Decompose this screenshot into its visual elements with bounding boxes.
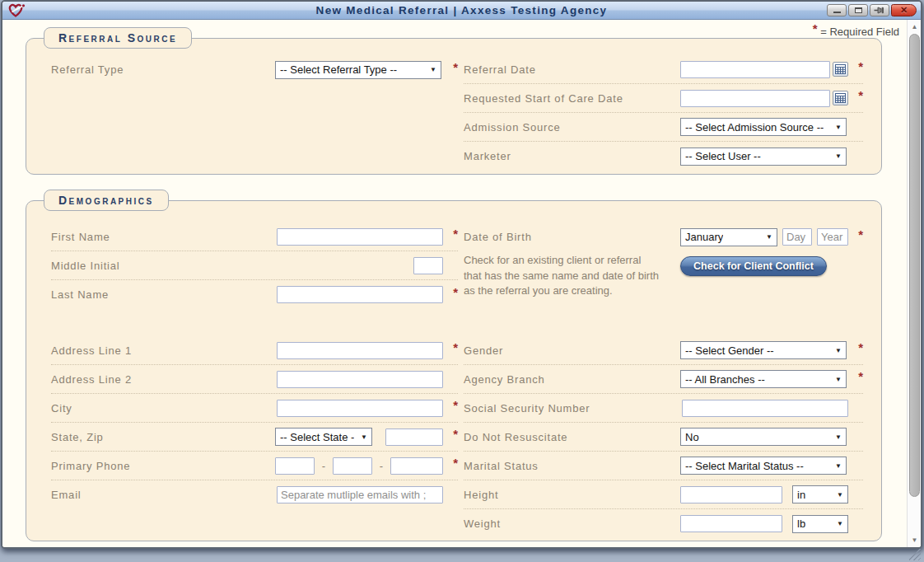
height-unit-select[interactable]: in ▼ [792,485,848,503]
marketer-label: Marketer [464,150,680,162]
zip-input[interactable] [385,429,443,446]
social-security-number-input[interactable] [682,400,848,417]
phone-line-input[interactable] [390,457,443,475]
admission-source-selected-value: -- Select Admission Source -- [685,121,824,133]
requested-start-of-care-date-label: Requested Start of Care Date [464,92,680,105]
close-button[interactable]: ✕ [891,4,917,16]
pin-button[interactable] [870,4,889,16]
height-row: Height in ▼ [464,480,863,509]
marital-status-select[interactable]: -- Select Marital Status -- ▼ [680,457,847,475]
marital-status-selected-value: -- Select Marital Status -- [685,460,804,472]
first-name-label: First Name [51,231,275,243]
referral-type-row: Referral Type -- Select Referral Type --… [51,55,458,84]
height-unit-selected-value: in [797,489,805,501]
title-bar[interactable]: New Medical Referral | Axxess Testing Ag… [2,2,921,20]
required-asterisk: * [453,60,458,74]
dropdown-arrow-icon: ▼ [835,376,842,383]
demographics-left-column: First Name * Middle Initial Last Name * … [51,222,458,509]
address-line-2-row: Address Line 2 [51,365,458,394]
phone-separator: - [320,460,327,472]
middle-initial-input[interactable] [413,257,443,274]
demographics-legend: Demographics [44,190,169,211]
city-label: City [51,402,275,414]
gender-selected-value: -- Select Gender -- [685,344,774,357]
birth-month-select[interactable]: January ▼ [680,228,777,246]
required-asterisk: * [453,398,458,412]
address-line-2-label: Address Line 2 [51,373,275,386]
admission-source-select[interactable]: -- Select Admission Source -- ▼ [680,118,847,136]
pin-icon [874,7,885,14]
required-asterisk: * [858,340,863,354]
required-field-note: * = Required Field [813,25,899,38]
birth-day-input[interactable] [782,228,812,246]
required-asterisk: * [813,21,818,35]
agency-branch-label: Agency Branch [464,373,680,386]
phone-prefix-input[interactable] [333,457,372,475]
primary-phone-row: Primary Phone - - * [51,452,458,480]
agency-branch-selected-value: -- All Branches -- [685,373,765,386]
address-line-1-input[interactable] [277,342,443,359]
last-name-input[interactable] [277,286,443,303]
weight-row: Weight lb ▼ [464,509,863,538]
requested-start-of-care-date-input[interactable] [680,90,830,107]
referral-date-row: Referral Date * [464,55,863,84]
height-input[interactable] [680,486,782,503]
height-label: Height [464,489,680,501]
admission-source-label: Admission Source [464,121,680,133]
birth-year-input[interactable] [817,228,848,246]
required-asterisk: * [453,340,458,354]
first-name-row: First Name * [51,222,458,251]
last-name-label: Last Name [51,288,275,301]
weight-unit-selected-value: lb [797,518,805,530]
address-line-1-label: Address Line 1 [51,344,275,357]
dropdown-arrow-icon: ▼ [766,233,772,241]
weight-input[interactable] [680,515,782,532]
window-title: New Medical Referral | Axxess Testing Ag… [2,4,921,16]
first-name-input[interactable] [277,228,443,246]
referral-type-label: Referral Type [51,63,275,76]
marital-status-label: Marital Status [464,460,680,472]
dropdown-arrow-icon: ▼ [430,66,436,73]
required-asterisk: * [453,227,458,241]
resize-grip[interactable] [909,549,921,560]
date-of-birth-row: Date of Birth January ▼ * [464,222,863,251]
social-security-number-label: Social Security Number [464,402,680,414]
minimize-button[interactable] [827,4,847,16]
scroll-up-button[interactable]: ▲ [908,20,921,34]
state-selected-value: -- Select State - [280,431,354,443]
state-select[interactable]: -- Select State - ▼ [275,428,372,446]
maximize-button[interactable] [848,4,868,16]
middle-initial-label: Middle Initial [51,260,275,272]
vertical-scrollbar[interactable]: ▲ ▼ [907,20,921,547]
agency-branch-row: Agency Branch -- All Branches -- ▼ * [464,365,863,394]
gender-select[interactable]: -- Select Gender -- ▼ [680,341,847,359]
gender-row: Gender -- Select Gender -- ▼ * [464,336,863,365]
phone-area-input[interactable] [275,457,315,475]
scroll-down-button[interactable]: ▼ [908,533,921,547]
agency-branch-select[interactable]: -- All Branches -- ▼ [680,370,847,388]
dropdown-arrow-icon: ▼ [837,520,843,527]
weight-unit-select[interactable]: lb ▼ [792,515,848,533]
do-not-resuscitate-selected-value: No [685,431,699,443]
referral-type-select[interactable]: -- Select Referral Type -- ▼ [275,61,441,79]
window-controls: ✕ [827,4,917,16]
required-asterisk: * [453,427,458,441]
address-line-2-input[interactable] [277,371,443,388]
middle-initial-row: Middle Initial [51,251,458,280]
calendar-icon[interactable] [833,91,848,105]
referral-date-input[interactable] [680,61,830,78]
required-asterisk: * [858,369,863,383]
do-not-resuscitate-select[interactable]: No ▼ [680,428,847,446]
marketer-selected-value: -- Select User -- [685,150,761,162]
referral-source-left-column: Referral Type -- Select Referral Type --… [51,55,458,84]
required-asterisk: * [858,227,863,241]
check-client-conflict-button[interactable]: Check for Client Conflict [680,256,827,276]
marketer-select[interactable]: -- Select User -- ▼ [680,148,847,166]
axxess-logo-icon [7,3,27,18]
scrollbar-thumb[interactable] [909,34,920,497]
email-input[interactable] [277,486,443,503]
dropdown-arrow-icon: ▼ [835,124,842,131]
referral-source-legend: Referral Source [44,27,192,49]
calendar-icon[interactable] [833,62,848,77]
city-input[interactable] [277,400,443,417]
